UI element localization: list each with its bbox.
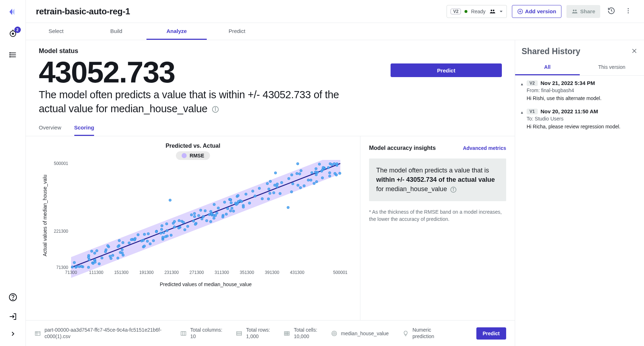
svg-point-188	[279, 193, 281, 195]
svg-point-73	[186, 225, 189, 228]
svg-point-124	[142, 239, 144, 242]
svg-point-170	[128, 242, 130, 244]
subtab-overview[interactable]: Overview	[39, 124, 61, 136]
history-item[interactable]: ▴ V2Nov 21, 2022 5:34 PM From: final-bug…	[521, 80, 638, 101]
svg-point-78	[202, 215, 204, 218]
history-item[interactable]: ▴ V1Nov 20, 2022 11:50 AM To: Studio Use…	[521, 108, 638, 129]
svg-point-106	[213, 217, 215, 219]
svg-point-76	[199, 209, 202, 212]
legend-rmse[interactable]: RMSE	[176, 151, 210, 160]
svg-point-134	[251, 190, 254, 193]
model-status-label: Model status	[39, 47, 502, 55]
svg-point-168	[328, 172, 331, 174]
topbar: retrain-basic-auto-reg-1 V2 Ready Add ve…	[26, 0, 644, 23]
svg-point-121	[165, 229, 168, 232]
predict-button[interactable]: Predict	[391, 63, 502, 77]
svg-point-123	[193, 215, 196, 218]
insights-title: Model accuracy insights	[369, 145, 436, 151]
tab-build[interactable]: Build	[86, 23, 146, 40]
svg-point-81	[149, 243, 151, 245]
sidebar-nav-icon[interactable]: 2	[9, 29, 17, 39]
info-icon[interactable]	[450, 186, 457, 193]
history-icon	[607, 7, 615, 15]
history-icon-button[interactable]	[605, 5, 617, 18]
history-list: ▴ V2Nov 21, 2022 5:34 PM From: final-bug…	[515, 76, 644, 134]
svg-point-197	[117, 245, 119, 248]
help-icon[interactable]	[9, 293, 17, 303]
svg-point-201	[297, 184, 299, 186]
expand-sidebar-icon[interactable]	[9, 330, 17, 339]
svg-point-59	[223, 201, 226, 204]
history-tab-this-version[interactable]: This version	[580, 60, 644, 75]
primary-tabs: Select Build Analyze Predict	[26, 23, 644, 40]
history-title: Shared History	[522, 47, 580, 56]
add-version-button[interactable]: Add version	[512, 5, 562, 18]
svg-point-116	[143, 245, 145, 247]
svg-point-17	[628, 8, 629, 9]
svg-point-157	[309, 179, 312, 181]
history-date: Nov 20, 2022 11:50 AM	[541, 108, 598, 114]
svg-point-185	[209, 221, 212, 223]
svg-point-113	[193, 212, 196, 215]
history-version-pill: V1	[527, 109, 538, 114]
svg-point-155	[93, 252, 96, 255]
svg-point-96	[190, 214, 192, 216]
close-icon	[631, 48, 638, 54]
svg-point-175	[173, 221, 176, 223]
svg-point-39	[298, 173, 301, 175]
version-selector[interactable]: V2 Ready	[447, 5, 507, 18]
svg-point-202	[322, 166, 324, 169]
legend-label: RMSE	[190, 153, 204, 158]
model-status-value: 43052.733	[39, 57, 376, 87]
svg-point-131	[244, 193, 247, 195]
close-history-button[interactable]	[631, 48, 638, 56]
version-badge: V2	[451, 9, 461, 14]
footer-predict-button[interactable]: Predict	[476, 327, 506, 340]
svg-text:Actual values of median_house_: Actual values of median_house_valu	[42, 175, 48, 256]
svg-point-101	[133, 239, 136, 241]
svg-point-130	[314, 167, 317, 170]
chevron-up-icon[interactable]: ▴	[521, 110, 523, 129]
svg-point-161	[74, 266, 77, 269]
subtab-scoring[interactable]: Scoring	[74, 124, 94, 136]
history-tab-all[interactable]: All	[515, 60, 580, 75]
svg-point-6	[9, 54, 10, 55]
advanced-metrics-link[interactable]: Advanced metrics	[463, 145, 506, 151]
svg-point-19	[628, 12, 629, 13]
tab-predict[interactable]: Predict	[207, 23, 267, 40]
svg-point-128	[307, 179, 309, 181]
svg-point-30	[291, 183, 294, 185]
svg-text:111300: 111300	[89, 270, 103, 275]
svg-point-181	[160, 228, 163, 231]
svg-point-183	[210, 213, 213, 215]
insights-box: The model often predicts a value that is…	[369, 158, 506, 201]
svg-point-53	[315, 181, 318, 183]
status-text: Ready	[471, 9, 485, 14]
svg-point-69	[204, 210, 206, 212]
svg-point-80	[315, 174, 317, 176]
svg-marker-23	[71, 160, 340, 278]
more-icon-button[interactable]	[622, 5, 634, 18]
svg-point-67	[242, 206, 244, 208]
svg-point-172	[201, 218, 203, 220]
svg-text:351300: 351300	[239, 270, 254, 275]
more-vertical-icon	[625, 7, 632, 14]
svg-point-16	[575, 9, 577, 11]
svg-point-162	[217, 207, 219, 209]
list-icon[interactable]	[9, 51, 17, 60]
svg-point-187	[109, 255, 111, 257]
svg-text:271300: 271300	[189, 270, 204, 275]
logo-icon[interactable]	[8, 7, 18, 18]
tab-analyze[interactable]: Analyze	[146, 23, 207, 40]
info-icon[interactable]	[212, 106, 219, 113]
svg-text:151300: 151300	[114, 270, 128, 275]
history-date: Nov 21, 2022 5:34 PM	[541, 80, 595, 86]
svg-point-114	[226, 208, 229, 210]
status-dot-icon	[465, 10, 467, 13]
insights-note: * As the thickness of the RMSE band on a…	[369, 208, 506, 223]
svg-text:311300: 311300	[214, 270, 229, 275]
tab-select[interactable]: Select	[26, 23, 86, 40]
svg-line-24	[71, 163, 340, 267]
chevron-up-icon[interactable]: ▴	[521, 81, 523, 101]
logout-icon[interactable]	[9, 312, 17, 322]
